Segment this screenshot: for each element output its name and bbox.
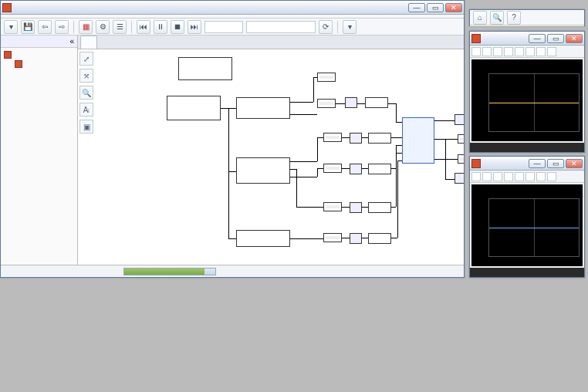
search-icon[interactable]: 🔍 (490, 11, 504, 25)
zoom-x-icon[interactable] (504, 47, 513, 56)
home-icon[interactable]: ⌂ (473, 11, 487, 25)
model-canvas[interactable]: ⤢ ⤧ 🔍 Aᵢ ▣ (78, 49, 464, 265)
save-icon[interactable] (536, 47, 546, 56)
minimize-button[interactable]: — (529, 34, 546, 43)
library-button[interactable]: ▦ (79, 20, 93, 34)
block-display-sas-angle[interactable] (323, 233, 342, 242)
scope-toolbar (470, 171, 584, 183)
forward-button[interactable]: ⇨ (55, 20, 69, 34)
maximize-button[interactable]: ▭ (547, 34, 564, 43)
model-config-button[interactable]: ⚙ (96, 20, 110, 34)
stoptime-field[interactable] (204, 21, 243, 33)
autoscale-icon[interactable] (525, 172, 535, 181)
tab-bar (78, 35, 464, 49)
scope-plot-warning2[interactable] (471, 184, 583, 266)
titlebar[interactable]: — ▭ ✕ (1, 1, 464, 15)
print-icon[interactable] (471, 172, 481, 181)
help-icon[interactable]: ? (507, 11, 521, 25)
block-display-unit[interactable] (317, 73, 336, 82)
back-button[interactable]: ⇦ (38, 20, 52, 34)
tree-root[interactable] (4, 50, 74, 59)
stop-button[interactable]: ⏹ (171, 20, 184, 34)
close-button[interactable]: ✕ (566, 159, 583, 168)
palette-hide-button[interactable]: ⤢ (79, 52, 93, 66)
titlebar-warning1[interactable]: — ▭ ✕ (470, 32, 584, 46)
palette-fit-button[interactable]: ⤧ (79, 69, 93, 83)
model-browser-panel: « (1, 35, 78, 265)
block-tofile-lat[interactable] (368, 202, 391, 213)
palette-zoom-button[interactable]: 🔍 (79, 86, 93, 100)
block-scope-warning1[interactable] (455, 114, 464, 125)
save-button[interactable]: 💾 (21, 20, 35, 34)
block-display-disp-warning[interactable] (458, 154, 464, 164)
scope-icon (471, 159, 481, 168)
scope-window-warning2: — ▭ ✕ (469, 156, 585, 278)
zoom-x-icon[interactable] (504, 172, 513, 181)
pause-button[interactable]: ⏸ (154, 20, 167, 34)
scope-plot-warning1[interactable] (471, 59, 583, 141)
model-icon (4, 51, 12, 59)
block-display-voice-warning[interactable] (458, 134, 464, 144)
fast-restart-button[interactable]: ⟳ (319, 20, 333, 34)
block-display-lat-acc[interactable] (323, 202, 342, 211)
block-tofile-speed[interactable] (365, 97, 388, 108)
palette-image-button[interactable]: ▣ (79, 120, 93, 133)
params-icon[interactable] (482, 47, 492, 56)
zoom-icon[interactable] (493, 172, 502, 181)
block-tofile-long[interactable] (368, 133, 391, 144)
print-icon[interactable] (471, 47, 481, 56)
block-tofile-sas[interactable] (368, 233, 391, 244)
params-icon[interactable] (482, 172, 492, 181)
maximize-button[interactable]: ▭ (547, 159, 564, 168)
build-button[interactable]: ▾ (343, 20, 357, 34)
palette-annotate-button[interactable]: Aᵢ (79, 103, 93, 117)
zoom-y-icon[interactable] (515, 47, 524, 56)
step-back-button[interactable]: ⏮ (137, 20, 150, 34)
matlab-desktop-strip: ⌂ 🔍 ? (469, 9, 585, 26)
scope-footer-warning1 (470, 143, 584, 152)
block-scope-long-acc[interactable] (350, 133, 362, 144)
tab-hmi-sw[interactable] (80, 35, 97, 49)
zoom-y-icon[interactable] (515, 172, 524, 181)
block-scope-speed[interactable] (345, 97, 357, 108)
block-scope-lat-acc[interactable] (350, 202, 362, 213)
autoscale-icon[interactable] (525, 47, 535, 56)
float-icon[interactable] (547, 172, 556, 181)
toolbar: ▾ 💾 ⇦ ⇨ ▦ ⚙ ☰ ⏮ ⏸ ⏹ ⏭ ⟳ ▾ (1, 19, 464, 35)
new-model-button[interactable]: ▾ (4, 20, 18, 34)
block-display-long-acc[interactable] (323, 133, 342, 142)
scope-toolbar (470, 46, 584, 58)
tree-child[interactable] (15, 59, 74, 67)
scope-window-warning1: — ▭ ✕ (469, 31, 585, 153)
save-icon[interactable] (536, 172, 546, 181)
simulink-icon (2, 3, 12, 12)
block-scope-warning2[interactable] (455, 173, 464, 184)
simulink-main-window: — ▭ ✕ ▾ 💾 ⇦ ⇨ ▦ ⚙ ☰ ⏮ ⏸ ⏹ ⏭ ⟳ ▾ (0, 0, 465, 278)
block-tofile-yaw[interactable] (368, 164, 391, 174)
titlebar-warning2[interactable]: — ▭ ✕ (470, 157, 584, 171)
block-can-configuration[interactable] (178, 57, 232, 80)
maximize-button[interactable]: ▭ (427, 3, 444, 12)
block-display-vanz[interactable] (317, 99, 336, 108)
block-can-unpack2[interactable] (236, 230, 290, 247)
block-can-unpack1[interactable] (236, 157, 290, 184)
block-can-receive[interactable] (167, 96, 221, 120)
subsystem-icon (15, 60, 22, 68)
scope-footer-warning2 (470, 268, 584, 277)
model-explorer-button[interactable]: ☰ (113, 20, 127, 34)
minimize-button[interactable]: — (408, 3, 425, 12)
close-button[interactable]: ✕ (445, 3, 462, 12)
minimize-button[interactable]: — (529, 159, 546, 168)
block-display-yaw-rate[interactable] (323, 164, 342, 173)
step-forward-button[interactable]: ⏭ (188, 20, 201, 34)
block-scope-sas-angle[interactable] (350, 233, 362, 244)
sim-mode-select[interactable] (246, 21, 316, 33)
status-bar (1, 265, 464, 277)
zoom-icon[interactable] (493, 47, 502, 56)
model-browser-collapse-icon[interactable]: « (69, 37, 74, 46)
block-hmi-assistant[interactable] (402, 117, 434, 164)
float-icon[interactable] (547, 47, 556, 56)
block-can-unpack[interactable] (236, 97, 290, 119)
close-button[interactable]: ✕ (566, 34, 583, 43)
block-scope-yaw-rate[interactable] (350, 164, 362, 174)
